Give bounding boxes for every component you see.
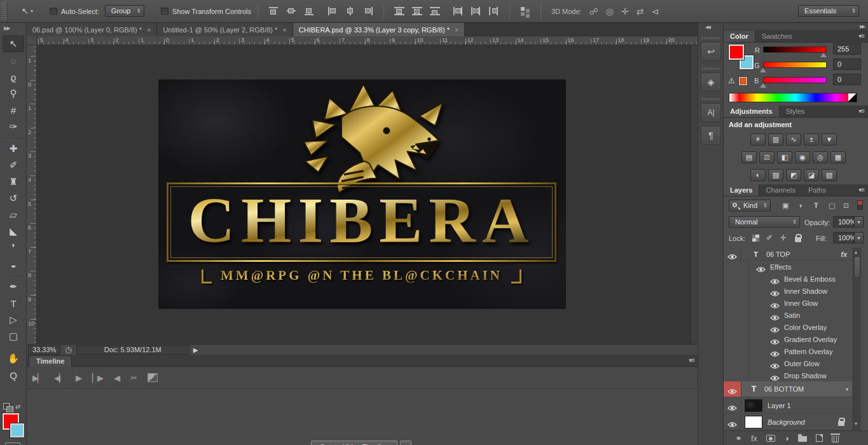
effect-row[interactable]: Bevel & Emboss bbox=[724, 273, 852, 285]
lock-pixels-icon[interactable]: ✐ bbox=[766, 233, 773, 242]
type-tool[interactable]: T bbox=[3, 295, 24, 312]
visibility-toggle[interactable] bbox=[724, 397, 741, 413]
layer-thumbnail[interactable] bbox=[745, 416, 762, 428]
distribute-bottom-edges-icon[interactable] bbox=[429, 6, 441, 16]
levels-icon[interactable]: ▥ bbox=[768, 134, 783, 146]
crop-tool[interactable]: # bbox=[3, 102, 24, 118]
align-right-edges-icon[interactable] bbox=[362, 6, 374, 16]
expand-dock-icon[interactable]: ▶▶ bbox=[860, 24, 864, 29]
green-slider[interactable] bbox=[763, 62, 827, 68]
workspace-select[interactable]: Essentials bbox=[798, 5, 859, 17]
auto-align-layers-icon[interactable] bbox=[520, 6, 531, 16]
3d-roll-icon[interactable]: ◎ bbox=[606, 6, 614, 17]
timeline-tab[interactable]: Timeline bbox=[29, 355, 72, 367]
filter-by-shape-icon[interactable]: ▢ bbox=[829, 202, 835, 210]
effect-row[interactable]: Color Overlay bbox=[724, 321, 852, 333]
vertical-ruler[interactable]: 1012345678910 bbox=[27, 45, 37, 344]
blue-slider-thumb[interactable] bbox=[760, 83, 766, 88]
fx-badge[interactable]: fx bbox=[841, 250, 847, 258]
panel-gripper[interactable] bbox=[702, 37, 720, 39]
fill-field[interactable]: 100% bbox=[833, 232, 854, 243]
green-value-field[interactable]: 0 bbox=[833, 58, 861, 70]
quick-mask-button[interactable]: ◌ bbox=[5, 442, 20, 445]
visibility-toggle[interactable] bbox=[724, 381, 741, 397]
distribute-horizontal-centers-icon[interactable] bbox=[471, 6, 482, 16]
opacity-dropdown-icon[interactable]: ▾ bbox=[854, 216, 864, 228]
invert-icon[interactable]: ◐ bbox=[750, 169, 766, 181]
adjustments-panel-menu-icon[interactable]: ▾≡ bbox=[858, 107, 864, 114]
eye-icon[interactable] bbox=[770, 324, 780, 331]
effects-header-row[interactable]: Effects bbox=[724, 261, 852, 273]
history-brush-tool[interactable]: ↺ bbox=[3, 190, 24, 207]
brush-tool[interactable]: ✐ bbox=[3, 157, 24, 174]
move-tool[interactable]: ↖ bbox=[3, 36, 24, 52]
eye-icon[interactable] bbox=[770, 348, 780, 355]
opacity-field[interactable]: 100% bbox=[833, 216, 854, 228]
transition-icon[interactable] bbox=[148, 373, 158, 382]
tool-preset-caret-icon[interactable]: ▾ bbox=[31, 8, 33, 14]
swap-colors-icon[interactable]: ⇄ bbox=[15, 403, 20, 410]
eye-icon[interactable] bbox=[770, 373, 780, 379]
align-vertical-centers-icon[interactable] bbox=[286, 6, 297, 16]
gamut-color-swatch[interactable] bbox=[739, 77, 747, 85]
panel-gripper[interactable] bbox=[702, 98, 720, 100]
hue-saturation-icon[interactable]: ▤ bbox=[741, 151, 757, 163]
tab-styles[interactable]: Styles bbox=[780, 106, 811, 117]
eye-icon[interactable] bbox=[756, 264, 766, 270]
doc-size-field[interactable]: Doc: 5.93M/12.1M bbox=[76, 345, 189, 355]
red-slider-thumb[interactable] bbox=[820, 53, 827, 57]
layers-panel-menu-icon[interactable]: ▾≡ bbox=[858, 186, 864, 193]
zoom-level-field[interactable]: 33.33% bbox=[28, 345, 60, 355]
default-colors-icon[interactable] bbox=[3, 403, 10, 409]
tab-channels[interactable]: Channels bbox=[759, 184, 801, 196]
filter-by-type-icon[interactable]: T bbox=[814, 202, 818, 209]
lock-transparency-icon[interactable] bbox=[752, 234, 760, 242]
canvas-artwork[interactable]: CHIBERA MM@RPG @N THE BL@CKCHAIN bbox=[158, 79, 566, 309]
document-tab-active[interactable]: CHIBERA.psd @ 33.3% (Layer 3 copy, RGB/8… bbox=[293, 23, 465, 36]
photo-filter-icon[interactable]: ◉ bbox=[795, 151, 810, 163]
next-frame-icon[interactable]: ▏▶ bbox=[92, 373, 102, 383]
scroll-down-icon[interactable]: ▾ bbox=[855, 421, 857, 427]
dodge-tool[interactable]: ◒ bbox=[3, 256, 24, 273]
new-group-icon[interactable] bbox=[798, 434, 807, 442]
scissors-icon[interactable]: ✂ bbox=[130, 373, 136, 383]
filter-by-smart-object-icon[interactable]: ⊡ bbox=[843, 202, 849, 210]
layer-row-layer1[interactable]: Layer 1 bbox=[724, 397, 852, 414]
brightness-contrast-icon[interactable]: ☀ bbox=[750, 134, 766, 146]
eye-icon[interactable] bbox=[770, 300, 780, 306]
lock-all-icon[interactable] bbox=[795, 237, 801, 242]
auto-select-group-select[interactable]: Group bbox=[105, 5, 144, 17]
lasso-tool[interactable]: ϱ bbox=[3, 69, 24, 85]
panel-gripper[interactable] bbox=[702, 67, 720, 70]
3d-slide-icon[interactable]: ⇄ bbox=[637, 6, 644, 17]
link-layers-icon[interactable]: ⚭ bbox=[735, 434, 742, 443]
foreground-color-swatch[interactable] bbox=[729, 44, 744, 60]
filter-by-adjustment-icon[interactable]: ◑ bbox=[798, 202, 803, 209]
distribute-vertical-centers-icon[interactable] bbox=[411, 6, 423, 16]
3d-zoom-camera-icon[interactable]: ⊲ bbox=[652, 6, 659, 17]
eye-icon[interactable] bbox=[770, 312, 780, 318]
curves-icon[interactable]: ∿ bbox=[786, 134, 801, 146]
blur-tool[interactable]: ❜ bbox=[3, 240, 24, 256]
go-to-first-frame-icon[interactable]: ▶▏ bbox=[32, 373, 43, 383]
effect-row[interactable]: Outer Glow bbox=[724, 357, 852, 369]
healing-brush-tool[interactable]: ✚ bbox=[3, 140, 24, 157]
eye-icon[interactable] bbox=[770, 336, 780, 343]
blend-mode-select[interactable]: Normal bbox=[729, 216, 800, 228]
status-menu-arrow-icon[interactable]: ▶ bbox=[193, 346, 198, 353]
tab-layers[interactable]: Layers bbox=[724, 184, 759, 196]
green-slider-thumb[interactable] bbox=[760, 68, 766, 72]
effect-row[interactable]: Inner Glow bbox=[724, 297, 852, 309]
align-bottom-edges-icon[interactable] bbox=[303, 6, 315, 16]
distribute-left-edges-icon[interactable] bbox=[453, 6, 464, 16]
channel-mixer-icon[interactable]: ◎ bbox=[813, 151, 828, 163]
posterize-icon[interactable]: ▨ bbox=[768, 169, 783, 181]
eye-icon[interactable] bbox=[770, 276, 780, 282]
visibility-toggle[interactable] bbox=[724, 248, 741, 260]
scrollbar-thumb[interactable] bbox=[854, 256, 860, 278]
eraser-tool[interactable]: ▱ bbox=[3, 207, 24, 223]
tab-close-icon[interactable]: × bbox=[455, 26, 458, 34]
collapse-dock-icon[interactable]: ◀◀ bbox=[705, 25, 710, 30]
tab-adjustments[interactable]: Adjustments bbox=[724, 106, 780, 117]
pen-tool[interactable]: ✒ bbox=[3, 278, 24, 295]
